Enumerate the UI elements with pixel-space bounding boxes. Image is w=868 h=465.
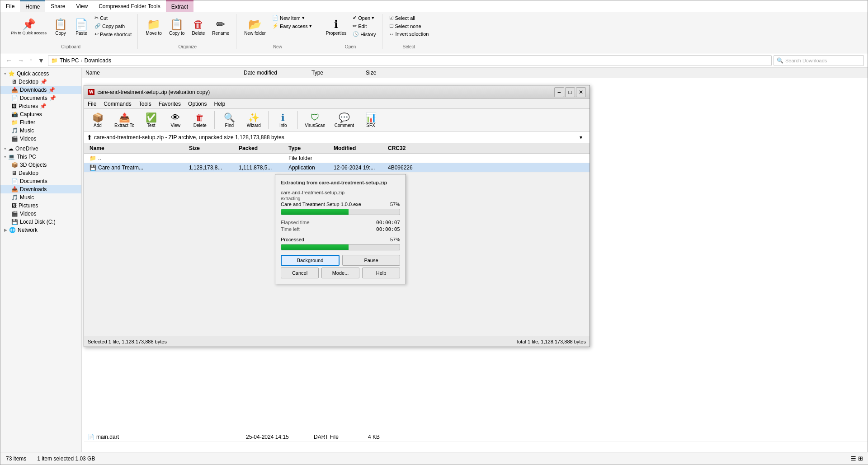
- sidebar-pc-desktop[interactable]: 🖥 Desktop: [0, 169, 81, 177]
- tab-view[interactable]: View: [71, 0, 93, 12]
- winrar-col-type[interactable]: Type: [285, 144, 330, 152]
- tab-home[interactable]: Home: [20, 0, 45, 12]
- sidebar-pc-videos[interactable]: 🎬 Videos: [0, 210, 81, 218]
- sidebar-pc-pictures[interactable]: 🖼 Pictures: [0, 202, 81, 210]
- paste-button[interactable]: 📄 Paste: [71, 14, 91, 40]
- tab-share[interactable]: Share: [45, 0, 71, 12]
- winrar-wizard-button[interactable]: ✨ Wizard: [242, 111, 265, 129]
- extract-help-button[interactable]: Help: [362, 268, 400, 278]
- winrar-maximize-button[interactable]: □: [565, 87, 575, 97]
- extract-mode-button[interactable]: Mode...: [321, 268, 359, 278]
- arrow-dropdown[interactable]: ▼: [36, 56, 46, 65]
- col-name[interactable]: Name: [82, 69, 240, 77]
- winrar-col-crc32[interactable]: CRC32: [384, 144, 425, 152]
- winrar-col-modified[interactable]: Modified: [330, 144, 384, 152]
- sidebar-pc-music[interactable]: 🎵 Music: [0, 193, 81, 202]
- sidebar-item-documents[interactable]: 📄 Documents 📌: [0, 94, 81, 102]
- selected-info: 1 item selected 1.03 GB: [37, 456, 95, 462]
- sidebar-this-pc[interactable]: ▾ 💻 This PC: [0, 153, 81, 161]
- explorer-table-header: Name Date modified Type Size: [82, 68, 868, 78]
- view-icons-button[interactable]: ⊞: [858, 455, 863, 462]
- col-modified[interactable]: Date modified: [240, 69, 308, 77]
- tab-compressed-folder-tools[interactable]: Compressed Folder Tools: [93, 0, 166, 12]
- winrar-row-app[interactable]: 💾 Care and Treatm... 1,128,173,8... 1,11…: [84, 163, 590, 173]
- address-path[interactable]: 📁 This PC › Downloads: [48, 55, 772, 66]
- forward-button[interactable]: →: [16, 56, 26, 65]
- sidebar-local-disk[interactable]: 💾 Local Disk (C:): [0, 218, 81, 226]
- winrar-path-bar: ⬆ care-and-treatment-setup.zip - ZIP arc…: [84, 132, 590, 143]
- delete-button[interactable]: 🗑 Delete: [189, 14, 208, 40]
- status-bar: 73 items 1 item selected 1.03 GB ☰ ⊞: [0, 452, 868, 465]
- history-button[interactable]: 🕓 History: [350, 30, 378, 38]
- extract-file-progress: [281, 209, 400, 215]
- winrar-col-packed[interactable]: Packed: [235, 144, 285, 152]
- tab-extract[interactable]: Extract: [166, 0, 193, 12]
- sidebar-item-videos[interactable]: 🎬 Videos: [0, 135, 81, 143]
- properties-button[interactable]: ℹ Properties: [323, 14, 350, 40]
- paste-shortcut-button[interactable]: ↩ Paste shortcut: [92, 30, 134, 38]
- new-item-button[interactable]: 📄 New item ▾: [270, 14, 314, 22]
- copy-to-button[interactable]: 📋 Copy to: [166, 14, 188, 40]
- open-button[interactable]: ✔ Open ▾: [350, 14, 378, 22]
- sidebar-item-downloads[interactable]: 📥 Downloads 📌: [0, 86, 81, 94]
- sidebar-item-music[interactable]: 🎵 Music: [0, 127, 81, 135]
- new-folder-button[interactable]: 📂 New folder: [241, 14, 269, 40]
- tab-file[interactable]: File: [0, 0, 20, 12]
- search-box[interactable]: 🔍 Search Downloads: [774, 55, 864, 66]
- winrar-status-right: Total 1 file, 1,128,173,888 bytes: [516, 339, 586, 344]
- sidebar-pc-downloads[interactable]: 📥 Downloads: [0, 185, 81, 193]
- invert-selection-button[interactable]: ↔ Invert selection: [387, 30, 431, 38]
- winrar-col-size[interactable]: Size: [185, 144, 235, 152]
- rename-button[interactable]: ✏ Rename: [209, 14, 232, 40]
- extract-cancel-button[interactable]: Cancel: [281, 268, 319, 278]
- sidebar-item-captures[interactable]: 📸 Captures: [0, 110, 81, 118]
- sidebar-item-pictures[interactable]: 🖼 Pictures 📌: [0, 102, 81, 110]
- winrar-menu-commands[interactable]: Commands: [100, 100, 135, 108]
- winrar-comment-button[interactable]: 💬 Comment: [330, 111, 358, 129]
- winrar-find-button[interactable]: 🔍 Find: [217, 111, 241, 129]
- move-to-button[interactable]: 📁 Move to: [142, 14, 165, 40]
- sidebar-onedrive[interactable]: ▾ ☁ OneDrive: [0, 145, 81, 153]
- cut-button[interactable]: ✂ Cut: [92, 14, 134, 22]
- sidebar-3d-objects[interactable]: 📦 3D Objects: [0, 161, 81, 169]
- edit-button[interactable]: ✏ Edit: [350, 22, 378, 30]
- sidebar-item-desktop[interactable]: 🖥 Desktop 📌: [0, 78, 81, 86]
- ribbon-content: 📌 Pin to Quick access 📋 Copy 📄 Paste ✂: [0, 12, 868, 53]
- winrar-add-button[interactable]: 📦 Add: [86, 111, 109, 129]
- winrar-row-parent[interactable]: 📁 .. File folder: [84, 154, 590, 163]
- winrar-close-button[interactable]: ✕: [576, 87, 586, 97]
- view-details-button[interactable]: ☰: [851, 455, 856, 462]
- winrar-info-button[interactable]: ℹ Info: [271, 111, 295, 129]
- pin-to-quick-access-button[interactable]: 📌 Pin to Quick access: [8, 14, 50, 40]
- sidebar-pc-documents[interactable]: 📄 Documents: [0, 177, 81, 185]
- winrar-menu-help[interactable]: Help: [210, 100, 229, 108]
- table-row[interactable]: 📄 main.dart 25-04-2024 14:15 DART File 4…: [84, 432, 868, 442]
- winrar-view-button[interactable]: 👁 View: [164, 111, 187, 129]
- extract-background-button[interactable]: Background: [281, 255, 340, 266]
- select-none-button[interactable]: ☐ Select none: [387, 22, 431, 30]
- winrar-delete-button[interactable]: 🗑 Delete: [188, 111, 212, 129]
- winrar-sfx-button[interactable]: 📊 SFX: [359, 111, 382, 129]
- up-button[interactable]: ↑: [28, 56, 34, 65]
- select-all-button[interactable]: ☑ Select all: [387, 14, 431, 22]
- col-size[interactable]: Size: [362, 69, 407, 77]
- copy-button[interactable]: 📋 Copy: [51, 14, 71, 40]
- winrar-menu-favorites[interactable]: Favorites: [155, 100, 184, 108]
- extract-pause-button[interactable]: Pause: [342, 255, 400, 266]
- winrar-menu-file[interactable]: File: [84, 100, 100, 108]
- winrar-test-button[interactable]: ✅ Test: [139, 111, 163, 129]
- winrar-extract-to-button[interactable]: 📤 Extract To: [110, 111, 138, 129]
- winrar-virusscan-button[interactable]: 🛡 VirusScan: [301, 111, 329, 129]
- back-button[interactable]: ←: [4, 56, 14, 65]
- winrar-minimize-button[interactable]: ‒: [554, 87, 564, 97]
- winrar-col-name[interactable]: Name: [86, 144, 185, 152]
- copy-path-button[interactable]: 🔗 Copy path: [92, 22, 134, 30]
- winrar-up-button[interactable]: ⬆: [87, 134, 92, 141]
- winrar-menu-tools[interactable]: Tools: [135, 100, 155, 108]
- easy-access-button[interactable]: ⚡ Easy access ▾: [270, 22, 314, 30]
- winrar-menu-options[interactable]: Options: [184, 100, 210, 108]
- sidebar-network[interactable]: ▶ 🌐 Network: [0, 226, 81, 234]
- ribbon: File Home Share View Compressed Folder T…: [0, 0, 868, 53]
- col-type[interactable]: Type: [308, 69, 362, 77]
- sidebar-item-flutter[interactable]: 📁 Flutter: [0, 118, 81, 127]
